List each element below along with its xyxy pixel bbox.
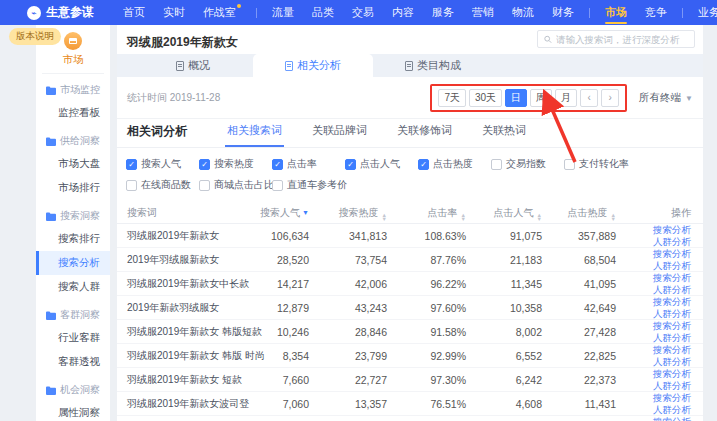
prev-page-button[interactable]: ‹ [580, 89, 598, 107]
search-analysis-link[interactable]: 搜索分析 [653, 416, 691, 421]
metric-点击人气[interactable]: ✓点击人气 [345, 157, 418, 171]
toolbar-row: 统计时间 2019-11-28 7天30天日周月 ‹ › 所有终端 ▼ [117, 77, 703, 119]
sidebar-item-行业客群[interactable]: 行业客群 [36, 326, 110, 350]
nav-item-业务专区[interactable]: 业务专区 [689, 0, 717, 25]
column-header-搜索人气[interactable]: 搜索人气▼ [243, 206, 309, 220]
date-button-7天[interactable]: 7天 [438, 89, 466, 107]
date-button-周[interactable]: 周 [530, 89, 552, 107]
checkbox-checked[interactable]: ✓ [418, 159, 429, 170]
market-module-icon [64, 32, 82, 50]
search-analysis-link[interactable]: 搜索分析 [653, 320, 691, 331]
sidebar-group-客群洞察[interactable]: 客群洞察 [36, 299, 110, 326]
sidebar-group-机会洞察[interactable]: 机会洞察 [36, 374, 110, 401]
column-header-搜索热度[interactable]: 搜索热度▲▼ [309, 206, 387, 221]
search-analysis-link[interactable]: 搜索分析 [653, 344, 691, 355]
nav-item-营销[interactable]: 营销 [463, 0, 503, 25]
crowd-analysis-link[interactable]: 人群分析 [653, 380, 691, 391]
tab-相关分析[interactable]: 相关分析 [253, 54, 373, 77]
sort-desc-icon[interactable]: ▼ [302, 209, 309, 216]
nav-item-服务[interactable]: 服务 [423, 0, 463, 25]
nav-item-作战室[interactable]: 作战室 [194, 0, 250, 25]
sidebar-item-监控看板[interactable]: 监控看板 [36, 101, 110, 125]
table-row: 羽绒服2019年新款女106,634341,813108.63%91,07535… [117, 224, 703, 248]
subtab-相关搜索词[interactable]: 相关搜索词 [225, 123, 284, 147]
search-analysis-link[interactable]: 搜索分析 [653, 224, 691, 235]
search-input[interactable] [556, 34, 688, 45]
value-cell: 97.60% [387, 302, 466, 314]
search-analysis-link[interactable]: 搜索分析 [653, 296, 691, 307]
checkbox-checked[interactable]: ✓ [272, 159, 283, 170]
nav-item-首页[interactable]: 首页 [114, 0, 154, 25]
tab-类目构成[interactable]: 类目构成 [373, 54, 493, 77]
sidebar-item-属性洞察[interactable]: 属性洞察 [36, 401, 110, 421]
checkbox-unchecked[interactable] [491, 159, 502, 170]
subtab-关联热词[interactable]: 关联热词 [480, 123, 528, 147]
nav-item-市场[interactable]: 市场 [596, 0, 636, 25]
sidebar-group-市场监控[interactable]: 市场监控 [36, 74, 110, 101]
search-analysis-link[interactable]: 搜索分析 [653, 368, 691, 379]
metric-交易指数[interactable]: 交易指数 [491, 157, 564, 171]
column-header-点击率[interactable]: 点击率▲▼ [387, 206, 466, 221]
nav-item-竞争[interactable]: 竞争 [636, 0, 676, 25]
sidebar-group-搜索洞察[interactable]: 搜索洞察 [36, 200, 110, 227]
table-row: 羽绒服2019年新款女波司登7,06013,35776.51%4,60811,4… [117, 392, 703, 416]
column-header-点击人气[interactable]: 点击人气▲▼ [466, 206, 542, 221]
nav-item-交易[interactable]: 交易 [343, 0, 383, 25]
metric-点击热度[interactable]: ✓点击热度 [418, 157, 491, 171]
metric-在线商品数[interactable]: 在线商品数 [126, 178, 199, 192]
metric-直通车参考价[interactable]: 直通车参考价 [272, 178, 345, 192]
sidebar-group-供给洞察[interactable]: 供给洞察 [36, 125, 110, 152]
nav-item-内容[interactable]: 内容 [383, 0, 423, 25]
keyword-search-box[interactable] [537, 30, 695, 48]
sidebar-item-市场排行[interactable]: 市场排行 [36, 176, 110, 200]
sidebar-item-搜索排行[interactable]: 搜索排行 [36, 227, 110, 251]
checkbox-unchecked[interactable] [564, 159, 575, 170]
column-header-点击热度[interactable]: 点击热度▲▼ [542, 206, 616, 221]
subtab-关联品牌词[interactable]: 关联品牌词 [310, 123, 369, 147]
checkbox-unchecked[interactable] [272, 180, 283, 191]
stat-time: 统计时间 2019-11-28 [127, 91, 220, 105]
sidebar-item-市场大盘[interactable]: 市场大盘 [36, 152, 110, 176]
crowd-analysis-link[interactable]: 人群分析 [653, 308, 691, 319]
version-badge[interactable]: 版本说明 [9, 28, 61, 45]
metric-搜索热度[interactable]: ✓搜索热度 [199, 157, 272, 171]
search-analysis-link[interactable]: 搜索分析 [653, 392, 691, 403]
tab-概况[interactable]: 概况 [133, 54, 253, 77]
metric-点击率[interactable]: ✓点击率 [272, 157, 345, 171]
nav-item-财务[interactable]: 财务 [543, 0, 583, 25]
crowd-analysis-link[interactable]: 人群分析 [653, 404, 691, 415]
date-button-日[interactable]: 日 [505, 89, 527, 107]
crowd-analysis-link[interactable]: 人群分析 [653, 332, 691, 343]
checkbox-unchecked[interactable] [199, 180, 210, 191]
app-logo[interactable]: ⌁ 生意参谋 [27, 4, 94, 21]
crowd-analysis-link[interactable]: 人群分析 [653, 356, 691, 367]
table-row: 羽绒服2019年新款女 短款7,66022,72797.30%6,24222,3… [117, 368, 703, 392]
document-icon [405, 61, 413, 71]
nav-item-品类[interactable]: 品类 [303, 0, 343, 25]
sidebar-item-搜索人群[interactable]: 搜索人群 [36, 275, 110, 299]
nav-item-流量[interactable]: 流量 [263, 0, 303, 25]
search-analysis-link[interactable]: 搜索分析 [653, 248, 691, 259]
subtab-关联修饰词[interactable]: 关联修饰词 [395, 123, 454, 147]
sidebar-item-客群透视[interactable]: 客群透视 [36, 350, 110, 374]
search-analysis-link[interactable]: 搜索分析 [653, 272, 691, 283]
checkbox-unchecked[interactable] [126, 180, 137, 191]
checkbox-checked[interactable]: ✓ [345, 159, 356, 170]
terminal-filter-dropdown[interactable]: 所有终端 ▼ [639, 91, 693, 105]
metric-商城点击占比[interactable]: 商城点击占比 [199, 178, 272, 192]
crowd-analysis-link[interactable]: 人群分析 [653, 284, 691, 295]
checkbox-checked[interactable]: ✓ [199, 159, 210, 170]
date-button-30天[interactable]: 30天 [469, 89, 502, 107]
metric-搜索人气[interactable]: ✓搜索人气 [126, 157, 199, 171]
next-page-button[interactable]: › [601, 89, 619, 107]
metric-支付转化率[interactable]: 支付转化率 [564, 157, 637, 171]
crowd-analysis-link[interactable]: 人群分析 [653, 260, 691, 271]
date-button-月[interactable]: 月 [555, 89, 577, 107]
column-header-搜索词: 搜索词 [127, 206, 243, 220]
sidebar-item-搜索分析[interactable]: 搜索分析 [36, 251, 110, 275]
nav-item-物流[interactable]: 物流 [503, 0, 543, 25]
crowd-analysis-link[interactable]: 人群分析 [653, 236, 691, 247]
checkbox-checked[interactable]: ✓ [126, 159, 137, 170]
nav-item-实时[interactable]: 实时 [154, 0, 194, 25]
row-actions: 搜索分析人群分析 [616, 344, 703, 367]
